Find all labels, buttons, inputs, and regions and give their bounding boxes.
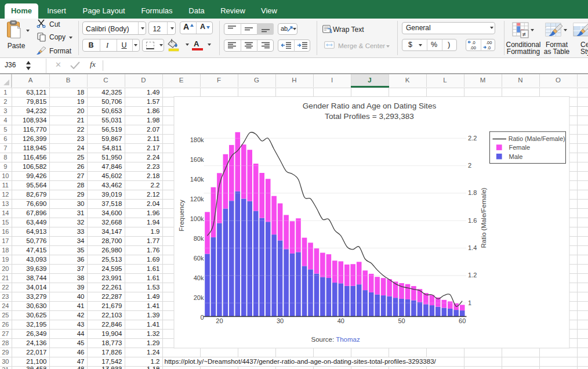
svg-text:Gender Ratio and Age on Dating: Gender Ratio and Age on Dating Sites — [303, 102, 437, 110]
svg-text:1.4: 1.4 — [468, 244, 477, 251]
svg-text:50: 50 — [398, 317, 405, 324]
svg-text:40: 40 — [337, 317, 344, 324]
svg-text:80k: 80k — [194, 235, 204, 242]
svg-text:60k: 60k — [194, 255, 204, 262]
svg-text:160k: 160k — [190, 156, 204, 163]
svg-text:Female: Female — [509, 144, 531, 151]
svg-text:120k: 120k — [190, 196, 204, 202]
svg-text:1.8: 1.8 — [468, 189, 477, 196]
svg-text:100k: 100k — [190, 215, 204, 222]
svg-text:Ratio (Male/Female): Ratio (Male/Female) — [480, 187, 487, 248]
svg-text:Ratio (Male/Female): Ratio (Male/Female) — [509, 135, 565, 142]
svg-text:1.2: 1.2 — [468, 272, 477, 278]
svg-text:Total Profiles = 3,293,383: Total Profiles = 3,293,383 — [325, 112, 414, 121]
svg-text:Frequency: Frequency — [178, 200, 185, 231]
svg-text:Male: Male — [509, 153, 523, 160]
svg-text:Source: Thomaz: Source: Thomaz — [311, 336, 360, 343]
svg-text:1.6: 1.6 — [468, 217, 477, 224]
svg-text:60: 60 — [459, 317, 466, 324]
svg-text:40k: 40k — [194, 274, 204, 281]
svg-text:20k: 20k — [194, 294, 204, 301]
svg-text:140k: 140k — [190, 176, 204, 183]
svg-text:1: 1 — [468, 299, 471, 306]
svg-text:20: 20 — [216, 317, 223, 324]
svg-text:2: 2 — [468, 162, 471, 169]
svg-text:0: 0 — [200, 314, 204, 321]
svg-text:2.2: 2.2 — [468, 135, 477, 142]
svg-text:30: 30 — [277, 317, 284, 324]
svg-text:180k: 180k — [190, 136, 204, 143]
